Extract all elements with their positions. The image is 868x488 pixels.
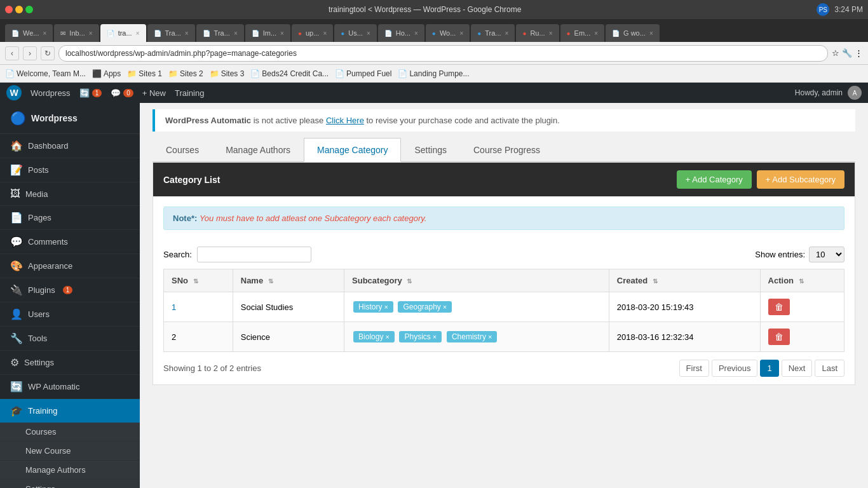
sidebar-item-pages[interactable]: 📄 Pages [0,206,140,230]
previous-page-button[interactable]: Previous [712,360,758,377]
table-controls: Search: Show entries: 10 25 50 100 [153,240,855,269]
comments-item[interactable]: 💬 0 [111,88,133,98]
tab-0[interactable]: 📄We...× [5,24,53,42]
tag-geography[interactable]: Geography × [398,301,452,313]
submenu-settings[interactable]: Settings [0,480,140,488]
row1-action: 🗑 [760,292,844,322]
tab-4[interactable]: 📄Tra...× [196,24,244,42]
sidebar-item-tools[interactable]: 🔧 Tools [0,327,140,351]
plugins-icon: 🔌 [10,284,23,296]
tag-geography-remove[interactable]: × [443,303,447,311]
tag-biology[interactable]: Biology × [353,331,395,342]
updates-item[interactable]: 🔄 1 [79,88,102,98]
sidebar-item-posts[interactable]: 📝 Posts [0,158,140,182]
tab-10[interactable]: ●Tra...× [471,24,515,42]
tab-11[interactable]: ●Ru...× [516,24,559,42]
entries-select[interactable]: 10 25 50 100 [809,247,844,262]
forward-btn[interactable]: › [23,46,37,60]
tab-3[interactable]: 📄Tra...× [147,24,195,42]
tab-12[interactable]: ●Em...× [560,24,605,42]
back-btn[interactable]: ‹ [5,46,19,60]
maximize-window-btn[interactable] [25,6,33,13]
tab-9[interactable]: ●Wo...× [426,24,470,42]
wp-logo-icon[interactable]: W [6,85,22,100]
tab-8[interactable]: 📄Ho...× [378,24,424,42]
tab-13[interactable]: 📄G wo...× [606,24,660,42]
sidebar-item-settings[interactable]: ⚙ Settings [0,351,140,375]
bookmark-landing[interactable]: 📄 Landing Pumpe... [398,69,469,78]
tag-chemistry-remove[interactable]: × [488,333,492,341]
bookmark-sites3[interactable]: 📁 Sites 3 [210,69,245,78]
minimize-window-btn[interactable] [15,6,23,13]
training-item[interactable]: Training [175,88,204,98]
tag-history[interactable]: History × [353,301,393,313]
wp-sidebar: 🔵 Wordpress 🏠 Dashboard 📝 Posts 🖼 Media [0,103,140,488]
notice-click-here-link[interactable]: Click Here [326,116,364,125]
col-created[interactable]: Created ⇅ [609,269,760,292]
menu-icon[interactable]: ⋮ [855,48,863,58]
dashboard-label: Dashboard [28,141,69,151]
search-input[interactable] [197,247,311,262]
submenu-new-course[interactable]: New Course [0,442,140,461]
first-page-button[interactable]: First [679,360,709,377]
add-category-button[interactable]: + Add Category [677,170,752,189]
tab-settings[interactable]: Settings [401,138,460,161]
last-page-button[interactable]: Last [815,360,844,377]
sidebar-item-appearance[interactable]: 🎨 Appearance [0,254,140,278]
sidebar-item-training[interactable]: 🎓 Training Courses New Course Manage Aut… [0,399,140,488]
row1-created: 2018-03-20 15:19:43 [609,292,760,322]
col-action[interactable]: Action ⇅ [760,269,844,292]
sidebar-item-media[interactable]: 🖼 Media [0,182,140,206]
tab-1[interactable]: ✉Inb...× [54,24,98,42]
bookmark-sites2[interactable]: 📁 Sites 2 [168,69,203,78]
tag-physics[interactable]: Physics × [399,331,442,342]
updates-badge: 1 [92,89,102,97]
tab-manage-category[interactable]: Manage Category [304,138,401,162]
sidebar-item-dashboard[interactable]: 🏠 Dashboard [0,134,140,158]
tab-6[interactable]: ●up...× [292,24,333,42]
sidebar-item-plugins[interactable]: 🔌 Plugins 1 [0,278,140,302]
extension-icon[interactable]: 🔧 [842,48,852,58]
url-input[interactable] [58,45,828,62]
category-table: SNo ⇅ Name ⇅ Subcategory ⇅ Created ⇅ Act… [163,269,844,352]
bookmark-landing-favicon: 📄 [398,69,407,78]
bookmark-pumped[interactable]: 📄 Pumped Fuel [335,69,391,78]
current-page-button[interactable]: 1 [760,360,778,377]
tag-biology-remove[interactable]: × [385,333,389,341]
site-name[interactable]: Wordpress [31,88,71,98]
sidebar-item-comments[interactable]: 💬 Comments [0,230,140,254]
admin-avatar[interactable]: A [848,86,862,100]
tab-2-active[interactable]: 📄tra...× [100,24,146,42]
delete-row2-button[interactable]: 🗑 [768,329,790,345]
sidebar-item-wp-automatic[interactable]: 🔄 WP Automatic [0,375,140,399]
row1-id-link[interactable]: 1 [172,302,176,312]
bookmark-welcome[interactable]: 📄 Welcome, Team M... [5,69,86,78]
bookmark-beds24[interactable]: 📄 Beds24 Credit Ca... [250,69,329,78]
bookmark-apps[interactable]: ⬛ Apps [92,69,121,78]
tag-physics-remove[interactable]: × [433,333,437,341]
howdy-text[interactable]: Howdy, admin [795,88,843,97]
col-name[interactable]: Name ⇅ [233,269,344,292]
col-sno[interactable]: SNo ⇅ [164,269,233,292]
tab-5[interactable]: 📄Im...× [245,24,290,42]
submenu-manage-authors[interactable]: Manage Authors [0,461,140,480]
tab-manage-authors[interactable]: Manage Authors [212,138,304,161]
reload-btn[interactable]: ↻ [41,46,55,60]
sidebar-item-users[interactable]: 👤 Users [0,302,140,327]
wp-admin-bar: W Wordpress 🔄 1 💬 0 + New Training Howdy… [0,83,868,103]
submenu-courses[interactable]: Courses [0,423,140,442]
note-text: You must have to add atleast one Subcate… [200,214,427,223]
tab-7[interactable]: ●Us...× [334,24,377,42]
tag-chemistry[interactable]: Chemistry × [447,331,497,342]
tab-courses[interactable]: Courses [153,138,212,161]
tab-course-progress[interactable]: Course Progress [460,138,553,161]
new-item[interactable]: + New [142,88,166,98]
col-subcategory[interactable]: Subcategory ⇅ [344,269,609,292]
add-subcategory-button[interactable]: + Add Subcategory [757,170,844,189]
star-icon[interactable]: ☆ [832,48,839,58]
close-window-btn[interactable] [5,6,13,13]
next-page-button[interactable]: Next [782,360,813,377]
delete-row1-button[interactable]: 🗑 [768,299,790,315]
bookmark-sites1[interactable]: 📁 Sites 1 [127,69,162,78]
tag-history-remove[interactable]: × [384,303,388,311]
